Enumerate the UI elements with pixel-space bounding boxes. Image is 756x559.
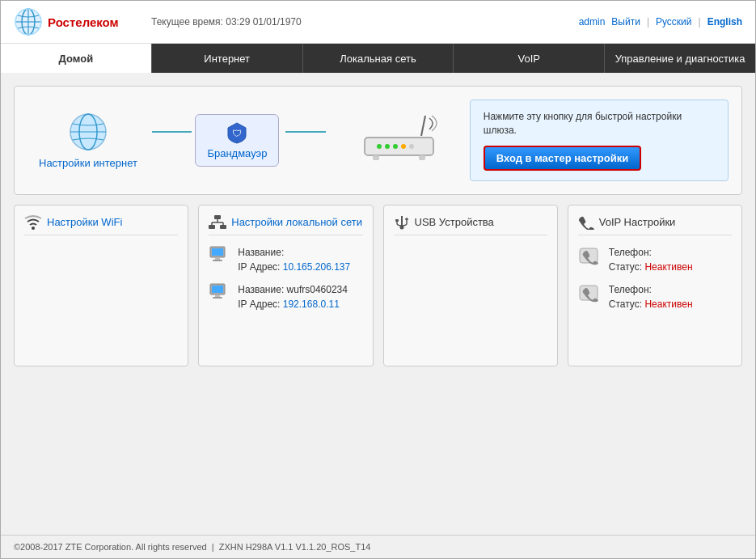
- usb-icon: [394, 215, 410, 230]
- logo-area: Ростелеком: [14, 7, 143, 36]
- internet-settings-link[interactable]: Настройки интернет: [39, 157, 137, 169]
- lang-en-link[interactable]: English: [707, 16, 742, 28]
- lan-device-1-text: Название: IP Адрес: 10.165.206.137: [238, 245, 350, 274]
- svg-point-11: [377, 144, 382, 149]
- voip-panel-title: VoIP Настройки: [599, 216, 676, 228]
- phone-icon-2: [578, 282, 602, 303]
- computer-icon-2: [209, 282, 231, 300]
- lang-separator: |: [647, 16, 649, 28]
- lan-panel-header: Настройки локальной сети: [209, 215, 362, 235]
- phone-icon-1: [578, 245, 602, 266]
- internet-block: Настройки интернет: [27, 112, 149, 169]
- lan-icon: [209, 215, 226, 230]
- nav-voip[interactable]: VoIP: [454, 44, 605, 73]
- main-nav: Домой Интернет Локальная сеть VoIP Управ…: [1, 44, 755, 73]
- svg-point-12: [385, 144, 390, 149]
- lan-settings-link[interactable]: Настройки локальной сети: [231, 216, 362, 228]
- svg-rect-32: [215, 294, 220, 297]
- phone-icon-header: [578, 215, 594, 230]
- nav-internet[interactable]: Интернет: [152, 44, 303, 73]
- firewall-icon: 🛡: [226, 121, 248, 144]
- globe-icon: [68, 112, 108, 152]
- voip-panel: VoIP Настройки Телефон: Статус: Неактиве…: [568, 205, 742, 366]
- svg-rect-33: [213, 297, 222, 299]
- svg-point-37: [399, 225, 403, 229]
- svg-point-14: [401, 144, 406, 149]
- computer-icon-1: [209, 245, 231, 263]
- voip-phone-2: Телефон: Статус: Неактивен: [578, 282, 732, 311]
- right-panel: Нажмите эту кнопку для быстрой настройки…: [470, 100, 729, 181]
- svg-point-13: [393, 144, 398, 149]
- line1: [152, 131, 192, 133]
- svg-rect-31: [212, 286, 223, 293]
- firewall-block: 🛡 Брандмауэр: [195, 114, 279, 167]
- firewall-link[interactable]: Брандмауэр: [207, 147, 267, 159]
- nav-lan[interactable]: Локальная сеть: [303, 44, 454, 73]
- footer-copyright: ©2008-2017 ZTE Corporation. All rights r…: [14, 542, 207, 552]
- svg-rect-29: [213, 260, 222, 261]
- header-user-area: admin Выйти | Русский | English: [579, 16, 742, 28]
- wifi-settings-link[interactable]: Настройки WiFi: [47, 216, 122, 228]
- svg-rect-16: [373, 155, 379, 160]
- logout-link[interactable]: Выйти: [611, 16, 640, 28]
- lan-device-1: Название: IP Адрес: 10.165.206.137: [209, 245, 362, 274]
- main-content: Настройки интернет 🛡 Брандмауэр: [1, 73, 755, 535]
- header: Ростелеком Текущее время: 03:29 01/01/19…: [1, 1, 755, 44]
- line2: [285, 131, 325, 133]
- lan-panel: Настройки локальной сети Название: IP Ад…: [198, 205, 373, 366]
- svg-text:🛡: 🛡: [232, 128, 242, 139]
- wizard-button[interactable]: Вход в мастер настройки: [484, 146, 641, 171]
- usb-panel-title: USB Устройства: [415, 216, 494, 228]
- header-time: Текущее время: 03:29 01/01/1970: [151, 16, 579, 28]
- voip-phone-2-text: Телефон: Статус: Неактивен: [609, 282, 693, 311]
- nav-home[interactable]: Домой: [1, 44, 152, 73]
- lang-ru-link[interactable]: Русский: [656, 16, 692, 28]
- wifi-icon: [24, 215, 42, 230]
- logo-icon: [14, 7, 43, 36]
- admin-link[interactable]: admin: [579, 16, 606, 28]
- svg-point-15: [409, 144, 414, 149]
- top-panel: Настройки интернет 🛡 Брандмауэр: [14, 86, 742, 195]
- quick-setup-text: Нажмите эту кнопку для быстрой настройки…: [484, 110, 715, 138]
- svg-rect-34: [395, 219, 399, 222]
- voip-phone-2-status: Неактивен: [644, 299, 692, 310]
- lan-device-2-text: Название: wufrs0460234 IP Адрес: 192.168…: [238, 282, 348, 311]
- usb-panel-header: USB Устройства: [394, 215, 547, 235]
- usb-panel: USB Устройства: [383, 205, 558, 366]
- svg-rect-17: [419, 155, 425, 160]
- svg-rect-27: [212, 248, 223, 256]
- svg-rect-21: [220, 225, 226, 229]
- router-block: [357, 112, 446, 168]
- voip-phone-1: Телефон: Статус: Неактивен: [578, 245, 732, 274]
- svg-rect-10: [365, 138, 433, 155]
- svg-rect-19: [214, 215, 221, 219]
- voip-phone-1-status: Неактивен: [644, 261, 692, 273]
- svg-point-18: [32, 227, 35, 230]
- nav-management[interactable]: Управление и диагностика: [605, 44, 755, 73]
- logo-text: Ростелеком: [48, 15, 119, 29]
- lan-device-2-ip[interactable]: 192.168.0.11: [283, 299, 340, 310]
- lang-separator2: |: [699, 16, 701, 28]
- router-icon: [357, 112, 446, 168]
- footer-version: ZXHN H298A V1.1 V1.1.20_ROS_T14: [219, 542, 371, 552]
- svg-rect-28: [215, 257, 220, 260]
- bottom-panels: Настройки WiFi Настройки локальной се: [14, 205, 742, 366]
- wifi-panel: Настройки WiFi: [14, 205, 188, 366]
- footer: ©2008-2017 ZTE Corporation. All rights r…: [1, 535, 755, 558]
- voip-phone-1-text: Телефон: Статус: Неактивен: [609, 245, 693, 274]
- lan-device-1-ip[interactable]: 10.165.206.137: [283, 261, 350, 273]
- svg-rect-20: [209, 225, 215, 229]
- voip-panel-header: VoIP Настройки: [578, 215, 732, 235]
- wifi-panel-header: Настройки WiFi: [24, 215, 178, 235]
- svg-line-9: [421, 116, 425, 136]
- lan-device-2: Название: wufrs0460234 IP Адрес: 192.168…: [209, 282, 362, 311]
